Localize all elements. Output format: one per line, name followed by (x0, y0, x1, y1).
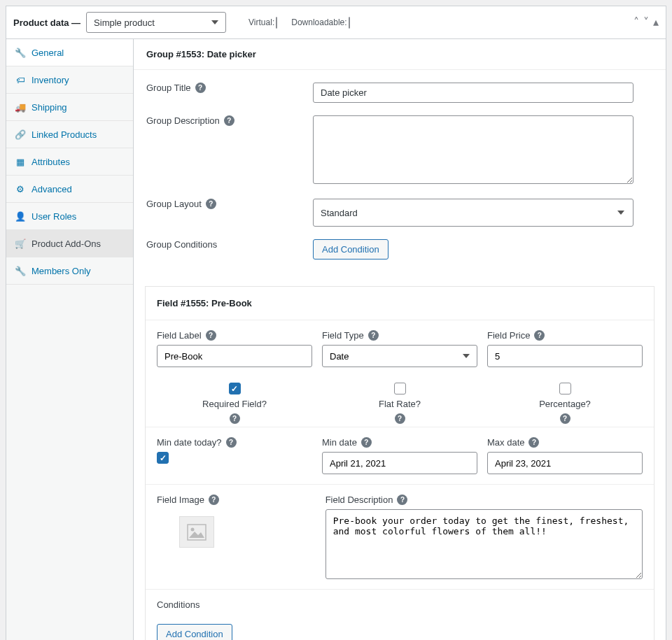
sidebar-item-product-add-ons[interactable]: 🛒Product Add-Ons (6, 230, 133, 257)
field-image-label: Field Image (157, 495, 204, 505)
image-placeholder-icon[interactable] (179, 516, 214, 548)
sidebar-item-label: Linked Products (31, 129, 97, 140)
wrench-icon: 🔧 (15, 47, 26, 58)
min-date-label: Min date (322, 437, 357, 448)
help-icon[interactable]: ? (206, 199, 216, 209)
group-description-input[interactable] (313, 115, 634, 184)
product-data-panel: Product data — Simple product Virtual: D… (6, 6, 666, 640)
sidebar-item-label: Attributes (31, 157, 70, 167)
list-icon: ▦ (15, 156, 26, 167)
help-icon[interactable]: ? (209, 495, 219, 505)
tag-icon: 🏷 (15, 74, 26, 85)
sidebar-item-label: User Roles (31, 211, 76, 222)
help-icon[interactable]: ? (534, 330, 545, 341)
sidebar-item-inventory[interactable]: 🏷Inventory (6, 66, 133, 94)
group-description-label: Group Description (146, 115, 220, 126)
field-conditions-label: Conditions (157, 599, 643, 610)
field-description-input[interactable] (326, 509, 643, 579)
field-box: Field #1555: Pre-Book Field Label? Field… (145, 286, 654, 640)
sidebar-item-members-only[interactable]: 🔧Members Only (6, 257, 133, 285)
flat-rate-label: Flat Rate? (379, 399, 421, 409)
main-content: Group #1553: Date picker Group Title ? G… (134, 39, 666, 640)
triangle-up-icon[interactable]: ▴ (653, 17, 659, 28)
sidebar: 🔧General 🏷Inventory 🚚Shipping 🔗Linked Pr… (6, 39, 134, 640)
panel-header: Product data — Simple product Virtual: D… (6, 6, 666, 39)
help-icon[interactable]: ? (361, 437, 372, 448)
add-condition-button[interactable]: Add Condition (313, 239, 388, 259)
min-date-today-label: Min date today? (157, 437, 222, 448)
help-icon[interactable]: ? (230, 413, 240, 424)
virtual-label: Virtual: (248, 17, 274, 27)
group-title-label: Group Title (146, 83, 191, 93)
help-icon[interactable]: ? (528, 437, 539, 448)
field-price-input[interactable] (487, 345, 643, 367)
help-icon[interactable]: ? (224, 115, 234, 126)
help-icon[interactable]: ? (206, 330, 216, 341)
sidebar-item-label: General (31, 48, 64, 58)
help-icon[interactable]: ? (560, 413, 570, 424)
required-field-label: Required Field? (202, 399, 267, 409)
field-type-label: Field Type (322, 330, 364, 341)
cart-icon: 🛒 (15, 238, 26, 249)
help-icon[interactable]: ? (397, 495, 407, 505)
product-toggles: Virtual: Downloadable: (248, 17, 350, 28)
sidebar-item-advanced[interactable]: ⚙Advanced (6, 176, 133, 203)
group-layout-label: Group Layout (146, 199, 202, 209)
product-type-select[interactable]: Simple product (86, 12, 226, 33)
svg-point-1 (191, 527, 195, 531)
sidebar-item-shipping[interactable]: 🚚Shipping (6, 94, 133, 121)
help-icon[interactable]: ? (395, 413, 405, 424)
help-icon[interactable]: ? (226, 437, 237, 448)
downloadable-label: Downloadable: (291, 17, 346, 27)
sidebar-item-label: Inventory (31, 75, 69, 85)
sidebar-item-linked-products[interactable]: 🔗Linked Products (6, 121, 133, 148)
max-date-input[interactable] (487, 452, 643, 474)
sidebar-item-label: Advanced (31, 184, 72, 194)
group-conditions-label: Group Conditions (146, 239, 217, 250)
truck-icon: 🚚 (15, 101, 26, 113)
sidebar-item-label: Members Only (31, 266, 91, 276)
field-label-input[interactable] (157, 345, 312, 367)
chevron-down-icon[interactable]: ˅ (643, 17, 649, 28)
wrench-icon: 🔧 (15, 265, 26, 276)
sidebar-item-general[interactable]: 🔧General (6, 39, 133, 66)
help-icon[interactable]: ? (195, 83, 206, 93)
field-label-label: Field Label (157, 330, 202, 341)
group-title-input[interactable] (313, 83, 634, 103)
field-price-label: Field Price (487, 330, 530, 341)
sidebar-item-label: Product Add-Ons (31, 239, 101, 249)
field-description-label: Field Description (326, 495, 393, 505)
group-layout-select[interactable]: Standard (313, 199, 634, 227)
chevron-up-icon[interactable]: ˄ (634, 17, 639, 28)
field-type-select[interactable]: Date (322, 345, 477, 367)
panel-title: Product data — (13, 17, 80, 28)
virtual-checkbox[interactable] (276, 17, 277, 29)
field-heading: Field #1555: Pre-Book (146, 287, 654, 320)
percentage-label: Percentage? (539, 399, 591, 409)
percentage-checkbox[interactable] (559, 383, 571, 394)
min-date-today-checkbox[interactable] (157, 452, 169, 464)
link-icon: 🔗 (15, 129, 26, 140)
help-icon[interactable]: ? (368, 330, 379, 341)
max-date-label: Max date (487, 437, 524, 448)
required-field-checkbox[interactable] (229, 383, 241, 394)
sidebar-item-label: Shipping (31, 102, 67, 113)
sidebar-item-attributes[interactable]: ▦Attributes (6, 148, 133, 176)
sidebar-item-user-roles[interactable]: 👤User Roles (6, 203, 133, 230)
add-field-condition-button[interactable]: Add Condition (157, 624, 232, 640)
gear-icon: ⚙ (15, 183, 26, 194)
flat-rate-checkbox[interactable] (394, 383, 406, 394)
downloadable-checkbox[interactable] (349, 17, 350, 29)
min-date-input[interactable] (322, 452, 477, 474)
user-icon: 👤 (15, 211, 26, 222)
group-heading: Group #1553: Date picker (134, 39, 666, 70)
